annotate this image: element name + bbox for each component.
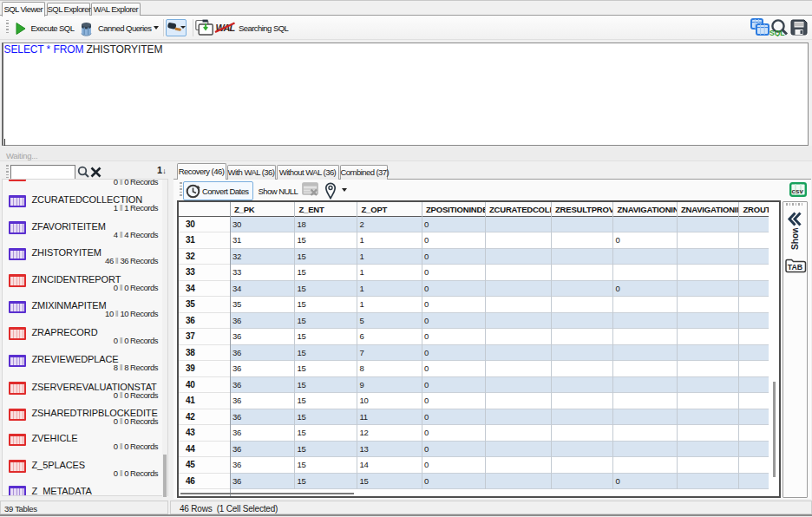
svg-text:TAB: TAB [788, 262, 802, 271]
svg-text:Show: Show [790, 228, 800, 250]
svg-text:SQL: SQL [769, 29, 784, 36]
svg-text:csv: csv [791, 187, 803, 194]
